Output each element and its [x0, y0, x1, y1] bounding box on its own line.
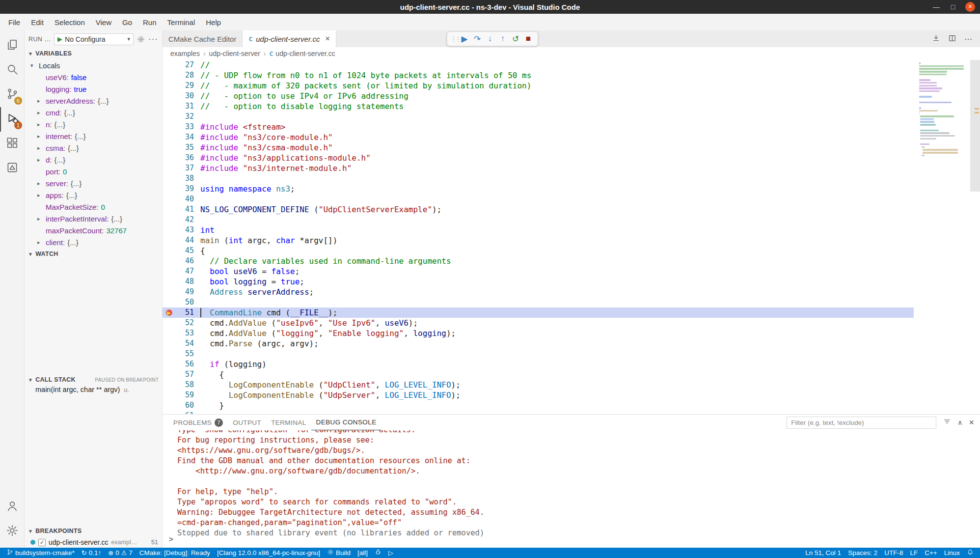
close-icon[interactable]: ×	[326, 34, 330, 43]
code-line-28[interactable]: 28// - UDP flow from n0 to n1 of 1024 by…	[163, 70, 914, 81]
code-line-51[interactable]: ▶51 CommandLine cmd (__FILE__);	[163, 307, 914, 318]
call-stack-section-header[interactable]: ▼ CALL STACK PAUSED ON BREAKPOINT	[25, 374, 162, 386]
gutter[interactable]	[163, 380, 177, 390]
status-cmake-target[interactable]: [all]	[354, 548, 371, 558]
menu-edit[interactable]: Edit	[26, 14, 49, 30]
code-line-49[interactable]: 49 Address serverAddress;	[163, 287, 914, 297]
variable-row[interactable]: ▸server:{...}	[25, 177, 162, 189]
status-cmake-kit[interactable]: [Clang 12.0.0 x86_64-pc-linux-gnu]	[214, 548, 324, 558]
breakpoint-current-line-gutter[interactable]: ▶	[163, 307, 177, 318]
step-out-button[interactable]: ↑	[496, 34, 509, 44]
code-line-34[interactable]: 34#include "ns3/core-module.h"	[163, 132, 914, 142]
chevron-up-icon[interactable]: ∧	[957, 418, 962, 426]
status-problems-summary[interactable]: ⊗0⚠7	[105, 548, 136, 558]
code-line-42[interactable]: 42	[163, 215, 914, 225]
gutter[interactable]	[163, 81, 177, 91]
code-line-36[interactable]: 36#include "ns3/applications-module.h"	[163, 153, 914, 163]
variable-row[interactable]: ▸internet:{...}	[25, 130, 162, 142]
variable-row[interactable]: ▸serverAddress:{...}	[25, 95, 162, 107]
watch-section-header[interactable]: ▼ WATCH	[25, 248, 162, 260]
more-actions-icon[interactable]: ···	[148, 34, 158, 44]
stack-frame[interactable]: main(int argc, char ** argv)u.	[25, 386, 162, 397]
status-git-branch[interactable]: buildsystem-cmake*	[3, 548, 78, 558]
menu-selection[interactable]: Selection	[49, 14, 90, 30]
console-filter-input[interactable]	[787, 417, 936, 429]
breadcrumb-item[interactable]: Cudp-client-server.cc	[270, 50, 335, 57]
variable-row[interactable]: ▸apps:{...}	[25, 189, 162, 201]
minimize-icon[interactable]: —	[932, 3, 941, 11]
activity-cmake-tools[interactable]	[0, 156, 24, 181]
gutter[interactable]	[163, 400, 177, 411]
status-language-mode[interactable]: C++	[921, 548, 941, 558]
debug-console[interactable]: Type "show configuration" for configurat…	[163, 430, 980, 548]
editor-scrollbar[interactable]	[970, 60, 980, 414]
gutter[interactable]	[163, 256, 177, 266]
gutter[interactable]	[163, 225, 177, 235]
code-line-52[interactable]: 52 cmd.AddValue ("useIpv6", "Use Ipv6", …	[163, 318, 914, 328]
code-line-48[interactable]: 48 bool logging = true;	[163, 277, 914, 287]
code-line-54[interactable]: 54 cmd.Parse (argc, argv);	[163, 338, 914, 349]
gutter[interactable]	[163, 338, 177, 349]
code-line-43[interactable]: 43int	[163, 225, 914, 235]
variable-row[interactable]: ▸client:{...}	[25, 236, 162, 248]
status-cursor-position[interactable]: Ln 51, Col 1	[802, 548, 844, 558]
menu-help[interactable]: Help	[200, 14, 226, 30]
code-line-32[interactable]: 32	[163, 112, 914, 122]
status-cmake-build[interactable]: Build	[324, 548, 354, 558]
maximize-icon[interactable]: □	[949, 3, 957, 11]
gutter[interactable]	[163, 184, 177, 194]
panel-tab-terminal[interactable]: TERMINAL	[266, 415, 311, 430]
menu-go[interactable]: Go	[117, 14, 137, 30]
breadcrumb-item[interactable]: examples	[170, 50, 200, 57]
gutter[interactable]	[163, 349, 177, 359]
gutter[interactable]	[163, 369, 177, 380]
gutter[interactable]	[163, 142, 177, 153]
scrollbar-slider[interactable]	[970, 60, 980, 192]
activity-accounts[interactable]	[0, 495, 24, 519]
code-line-59[interactable]: 59 LogComponentEnable ("UdpServer", LOG_…	[163, 390, 914, 400]
activity-extensions[interactable]	[0, 132, 24, 156]
menu-terminal[interactable]: Terminal	[162, 14, 201, 30]
code-line-31[interactable]: 31// - option to disable logging stateme…	[163, 101, 914, 112]
gutter[interactable]	[163, 173, 177, 184]
code-line-58[interactable]: 58 LogComponentEnable ("UdpClient", LOG_…	[163, 380, 914, 390]
variable-row[interactable]: ▸cmd:{...}	[25, 107, 162, 118]
code-line-56[interactable]: 56 if (logging)	[163, 359, 914, 369]
code-line-39[interactable]: 39using namespace ns3;	[163, 184, 914, 194]
download-icon[interactable]	[932, 34, 940, 44]
panel-tab-output[interactable]: OUTPUT	[228, 415, 266, 430]
editor-tab[interactable]: Cudp-client-server.cc×	[243, 30, 336, 47]
activity-source-control[interactable]: 6	[0, 83, 24, 107]
code-line-30[interactable]: 30// - option to use IPv4 or IPv6 addres…	[163, 91, 914, 101]
code-line-29[interactable]: 29// - maximum of 320 packets sent (or l…	[163, 81, 914, 91]
breakpoint-checkbox[interactable]: ✓	[38, 539, 46, 546]
more-icon[interactable]: ⋯	[964, 34, 972, 44]
gutter[interactable]	[163, 318, 177, 328]
gutter[interactable]	[163, 277, 177, 287]
gutter[interactable]	[163, 204, 177, 215]
code-line-55[interactable]: 55	[163, 349, 914, 359]
code-line-37[interactable]: 37#include "ns3/internet-module.h"	[163, 163, 914, 173]
step-into-button[interactable]: ↓	[484, 34, 496, 44]
code-line-45[interactable]: 45{	[163, 246, 914, 256]
gutter[interactable]	[163, 297, 177, 307]
code-editor[interactable]: 27//28// - UDP flow from n0 to n1 of 102…	[163, 60, 980, 414]
menu-run[interactable]: Run	[137, 14, 162, 30]
code-line-27[interactable]: 27//	[163, 60, 914, 70]
gutter[interactable]	[163, 122, 177, 132]
gutter[interactable]	[163, 112, 177, 122]
start-debug-icon[interactable]: ▶	[57, 35, 62, 43]
split-editor-icon[interactable]	[948, 34, 956, 44]
menu-view[interactable]: View	[90, 14, 117, 30]
code-line-61[interactable]: 61	[163, 411, 914, 414]
status-indentation[interactable]: Spaces: 2	[844, 548, 881, 558]
gutter[interactable]	[163, 194, 177, 204]
gutter[interactable]	[163, 215, 177, 225]
variable-row[interactable]: maxPacketCount:32767	[25, 224, 162, 236]
scope-row-locals[interactable]: ▾ Locals	[25, 59, 162, 71]
close-icon[interactable]: ×	[969, 418, 974, 428]
breakpoint-row[interactable]: ✓udp-client-server.ccexampl…51	[25, 537, 162, 548]
variable-row[interactable]: ▸csma:{...}	[25, 142, 162, 154]
variable-row[interactable]: ▸d:{...}	[25, 154, 162, 166]
gutter[interactable]	[163, 60, 177, 70]
